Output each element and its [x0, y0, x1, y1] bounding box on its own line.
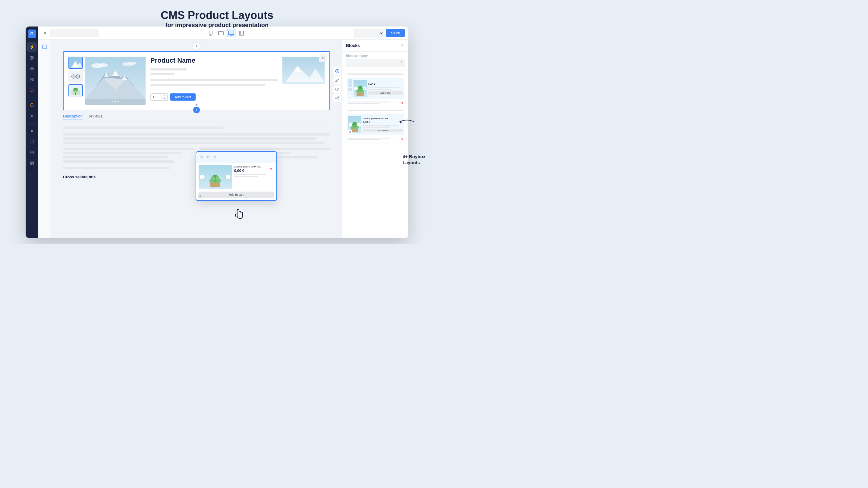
section-settings-button[interactable]: ⚙ — [319, 54, 327, 62]
block-preview-1: ‹ › 0,00 € Add to cart — [347, 78, 404, 99]
thumbnail-2[interactable] — [68, 70, 83, 83]
bdbar-4 — [347, 139, 380, 140]
tab-reviews[interactable]: Reviews — [87, 114, 102, 120]
desc-col-left-4 — [63, 160, 175, 163]
bp-add-cart-1: Add to cart — [368, 91, 403, 95]
svg-point-2 — [30, 67, 34, 70]
block-card-2[interactable]: ‹ › Lorem ipsum dolor sit... 0,00 € — [345, 112, 406, 143]
bdbar-1 — [347, 101, 390, 102]
product-name: Product Name — [150, 57, 278, 64]
quantity-up[interactable]: ▲ — [162, 94, 167, 97]
quantity-down[interactable]: ▼ — [162, 97, 167, 100]
bp-thumb-3 — [348, 88, 352, 91]
buybox-next-button[interactable]: › — [226, 175, 230, 180]
svg-rect-11 — [30, 151, 34, 154]
panel-actions — [333, 67, 341, 102]
panel-edit-button[interactable] — [333, 76, 341, 84]
svg-point-7 — [31, 116, 33, 117]
buybox-add-to-cart-button[interactable]: Add to cart — [198, 192, 274, 198]
sidebar-icon-table1[interactable] — [27, 137, 37, 147]
panel-share-button[interactable] — [333, 94, 341, 102]
svg-line-37 — [71, 76, 72, 76]
arrow-annotation — [398, 118, 416, 128]
bp-title-2: Lorem ipsum dolor sit... — [363, 117, 403, 120]
cursor-hand — [235, 208, 244, 219]
dot-2 — [115, 101, 116, 102]
block-1-heart[interactable]: ♥ — [401, 101, 403, 105]
sidebar-divider-1 — [28, 98, 36, 98]
blocks-separator-2 — [347, 110, 404, 111]
buybox-product-title: Lorem ipsum dolor sit... — [234, 165, 274, 168]
block-category-label: Block category — [346, 54, 405, 58]
buybox-edit-icon — [198, 194, 203, 198]
buybox-header — [196, 152, 276, 163]
svg-point-66 — [336, 98, 336, 99]
sidebar-icon-pages[interactable] — [27, 53, 37, 63]
sidebar-icon-settings[interactable] — [27, 111, 37, 121]
block-category-select[interactable] — [346, 59, 405, 67]
buybox-bar-1 — [234, 174, 266, 175]
add-to-cart-button[interactable]: Add to cart — [170, 93, 195, 101]
svg-rect-71 — [201, 156, 203, 158]
price-placeholder — [150, 68, 187, 70]
svg-point-48 — [129, 62, 136, 65]
product-layout: Product Name ▲ ▼ — [64, 52, 330, 110]
image-dots — [112, 101, 119, 102]
bp-add-cart-2: Add to cart — [363, 129, 403, 132]
bp-bar-1 — [368, 87, 399, 88]
svg-point-67 — [338, 97, 339, 98]
page-tool-layout[interactable] — [40, 42, 49, 51]
editor-body: + ⚙ — [38, 40, 408, 238]
main-product-image — [85, 57, 146, 105]
bdbar-2 — [347, 103, 380, 104]
add-block-plus-button[interactable]: + — [193, 107, 200, 113]
heart-icon[interactable]: ♥ — [270, 167, 272, 171]
svg-point-68 — [338, 99, 339, 100]
block-card-1[interactable]: ‹ › 0,00 € Add to cart — [345, 76, 406, 107]
bp-bar-2 — [368, 89, 393, 90]
main-area: ✕ — [38, 27, 408, 238]
bp-info-1: 0,00 € Add to cart — [368, 83, 403, 95]
blocks-close-button[interactable]: ✕ — [399, 43, 405, 48]
sidebar-icon-eye[interactable] — [27, 64, 37, 73]
sidebar-icon-chat[interactable] — [27, 86, 37, 95]
blocks-panel: Blocks ✕ Block category ▼ — [342, 40, 408, 238]
thumbnails — [68, 57, 83, 105]
panel-add-button[interactable] — [333, 67, 341, 75]
panel-eye-button[interactable] — [333, 85, 341, 93]
sidebar-icon-users[interactable] — [27, 75, 37, 84]
block-desc-1 — [347, 101, 401, 104]
bp-info-2: Lorem ipsum dolor sit... 0,00 € Add to c… — [363, 117, 403, 132]
sidebar-icon-table2[interactable] — [27, 148, 37, 157]
page-subtitle: for impressive product presentation — [0, 22, 434, 29]
add-block-button[interactable]: + — [193, 42, 200, 50]
svg-marker-91 — [399, 121, 401, 124]
thumbnail-1[interactable] — [68, 57, 83, 69]
product-preview-right — [282, 57, 324, 105]
sidebar-icon-table3[interactable] — [27, 158, 37, 168]
block-2-heart[interactable]: ♥ — [401, 137, 403, 141]
sidebar-icon-more[interactable]: ··· — [27, 169, 37, 179]
dot-1 — [112, 101, 113, 102]
buybox-prev-button[interactable]: ‹ — [200, 175, 205, 180]
bp-bar-3 — [363, 125, 399, 126]
sidebar-icon-circle[interactable]: ● — [27, 126, 37, 135]
bp-price-1: 0,00 € — [368, 83, 403, 86]
rating-placeholder — [150, 73, 175, 75]
product-tabs: Description Reviews — [63, 114, 330, 123]
block-footer-1: ♥ — [347, 100, 404, 105]
bp-thumb-1 — [348, 79, 352, 83]
buybox-annotation: 4+ BuyboxLayouts — [403, 154, 426, 165]
page-header: CMS Product Layouts for impressive produ… — [0, 0, 434, 35]
thumbnail-3[interactable] — [68, 84, 83, 96]
svg-point-65 — [337, 89, 338, 90]
quantity-input[interactable] — [150, 93, 162, 101]
sidebar-icon-bell[interactable] — [27, 100, 37, 110]
tab-description[interactable]: Description — [63, 114, 83, 120]
buybox-nav-overlay: ‹ › — [198, 175, 232, 180]
desc-placeholder-1 — [150, 79, 278, 82]
sidebar-icon-lightning[interactable]: ⚡ — [27, 42, 37, 52]
block-card-1-inner: ‹ › 0,00 € Add to cart — [345, 76, 406, 107]
svg-rect-6 — [30, 89, 34, 91]
buybox-info: Lorem ipsum dolor sit... 0,00 € ♥ — [234, 165, 274, 178]
